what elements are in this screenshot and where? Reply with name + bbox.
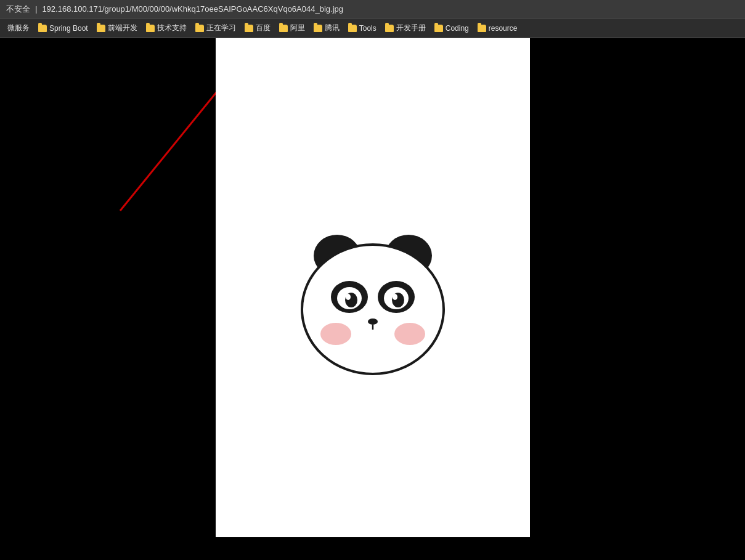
bookmark-label-resource: resource	[489, 24, 518, 33]
bookmark-weifuwu[interactable]: 微服务	[4, 21, 33, 35]
bookmark-tengxun[interactable]: 腾讯	[310, 21, 343, 35]
folder-icon-springboot	[38, 25, 47, 32]
folder-icon-kaifashouce	[385, 25, 394, 32]
folder-icon-resource	[478, 25, 486, 32]
folder-icon-ali	[279, 25, 288, 32]
folder-icon-qianduankaifa	[97, 25, 105, 32]
bookmark-label-qianduankaifa: 前端开发	[108, 23, 137, 33]
bookmark-ali[interactable]: 阿里	[275, 21, 309, 35]
url-text[interactable]: 192.168.100.171/group1/M00/00/00/wKhkq17…	[42, 4, 343, 14]
svg-point-16	[394, 323, 425, 345]
bookmark-resource[interactable]: resource	[474, 22, 521, 34]
bookmark-label-weifuwu: 微服务	[7, 23, 30, 33]
bookmark-label-tools: Tools	[359, 24, 377, 33]
folder-icon-tools	[348, 25, 357, 32]
bookmarks-bar: 微服务 Spring Boot 前端开发 技术支持 正在学习 百度 阿里 腾讯 …	[0, 18, 745, 38]
bookmark-baidu[interactable]: 百度	[241, 21, 274, 35]
svg-point-15	[320, 323, 351, 345]
panda-illustration	[274, 189, 471, 386]
folder-icon-baidu	[245, 25, 253, 32]
bookmark-label-kaifashouce: 开发手册	[396, 23, 426, 33]
bookmark-jishuzhi[interactable]: 技术支持	[142, 21, 190, 35]
svg-point-11	[346, 294, 351, 300]
folder-icon-zhengzaixuexi	[195, 25, 204, 32]
bookmark-tools[interactable]: Tools	[344, 22, 380, 34]
folder-icon-tengxun	[314, 25, 322, 32]
bookmark-label-tengxun: 腾讯	[325, 23, 340, 33]
separator: |	[35, 4, 37, 14]
main-content	[0, 38, 745, 560]
bookmark-label-zhengzaixuexi: 正在学习	[206, 23, 236, 33]
bookmark-label-jishuzhi: 技术支持	[157, 23, 187, 33]
svg-point-4	[302, 245, 444, 374]
bookmark-label-coding: Coding	[446, 24, 469, 33]
svg-point-13	[368, 319, 378, 325]
bookmark-kaifashouce[interactable]: 开发手册	[381, 21, 429, 35]
bookmark-label-baidu: 百度	[256, 23, 271, 33]
folder-icon-jishuzhi	[146, 25, 155, 32]
image-container	[216, 38, 530, 537]
folder-icon-coding	[434, 25, 443, 32]
bookmark-label-springboot: Spring Boot	[49, 24, 88, 33]
bookmark-qianduankaifa[interactable]: 前端开发	[93, 21, 141, 35]
svg-point-12	[393, 294, 397, 300]
panda-svg	[274, 189, 471, 386]
bookmark-label-ali: 阿里	[290, 23, 305, 33]
bookmark-springboot[interactable]: Spring Boot	[35, 22, 92, 34]
security-label: 不安全	[6, 4, 30, 15]
bookmark-zhengzaixuexi[interactable]: 正在学习	[192, 21, 240, 35]
address-bar: 不安全 | 192.168.100.171/group1/M00/00/00/w…	[0, 0, 745, 18]
bookmark-coding[interactable]: Coding	[431, 22, 473, 34]
